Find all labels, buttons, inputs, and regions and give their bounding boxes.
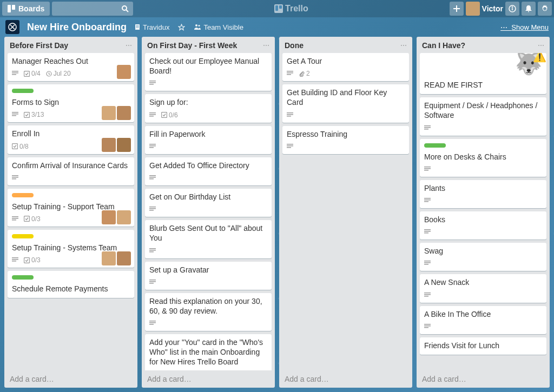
member-avatar[interactable] (117, 251, 131, 265)
card[interactable]: More on Desks & Chairs (420, 139, 546, 177)
checklist-badge: 0/8 (12, 143, 29, 150)
svg-rect-35 (12, 218, 18, 219)
description-badge (149, 144, 156, 149)
member-avatar[interactable] (117, 106, 131, 120)
card-title: Get Building ID and Floor Key Card (287, 88, 405, 107)
logo-text: Trello (285, 4, 308, 14)
card[interactable]: Confirm Arrival of Insurance Cards (8, 157, 134, 185)
description-badge (424, 261, 431, 266)
trello-logo-icon (274, 4, 283, 13)
card[interactable]: Enroll In 0/8 (8, 125, 134, 154)
description-badge (424, 167, 431, 172)
add-card-button[interactable]: Add a card… (417, 370, 550, 388)
card[interactable]: Set up a Gravatar (145, 262, 272, 290)
card-title: Add your "You" card in the "Who's Who" l… (149, 337, 267, 367)
card[interactable]: Forms to Sign 3/13 (8, 84, 134, 122)
board-logo[interactable] (5, 20, 19, 34)
org-icon (134, 24, 141, 30)
card[interactable]: Get Added To Office Directory (145, 157, 272, 185)
card-badges (287, 110, 405, 121)
svg-rect-56 (149, 208, 156, 209)
visibility-button[interactable]: Team Visible (194, 23, 243, 31)
card[interactable]: Get A Tour 2 (282, 53, 409, 81)
list-menu-button[interactable]: ⋯ (126, 42, 132, 49)
svg-rect-45 (149, 112, 156, 114)
card[interactable]: Setup Training - Systems Team 0/3 (8, 230, 134, 268)
card[interactable]: Espresso Training (282, 126, 409, 154)
add-card-button[interactable]: Add a card… (4, 370, 137, 388)
team-name: Travidux (143, 23, 169, 31)
list-title[interactable]: On First Day - First Week (147, 41, 237, 50)
svg-rect-55 (149, 207, 156, 208)
list-title[interactable]: Before First Day (10, 41, 68, 50)
card-badges (149, 204, 267, 215)
card[interactable]: Equipment / Desk / Headphones / Software (420, 97, 546, 135)
card[interactable]: Manager Reaches Out 0/4 Jul 20 (8, 53, 134, 81)
list: Can I Have?⋯🐺⚠️READ ME FIRSTEquipment / … (417, 37, 550, 388)
member-avatar[interactable] (117, 210, 131, 224)
board-header: New Hire Onboarding Travidux Team Visibl… (0, 17, 554, 37)
card[interactable]: Fill in Paperwork (145, 126, 272, 154)
list-title[interactable]: Can I Have? (422, 41, 465, 50)
member-avatar[interactable] (102, 210, 116, 224)
list-title[interactable]: Done (285, 41, 304, 50)
card[interactable]: Schedule Remote Payments (8, 271, 134, 298)
list-menu-button[interactable]: ⋯ (263, 42, 269, 49)
board-title[interactable]: New Hire Onboarding (27, 22, 127, 33)
member-avatar[interactable] (102, 251, 116, 265)
card[interactable]: Get on Our Birthday List (145, 189, 272, 217)
member-avatar[interactable] (102, 106, 116, 120)
description-badge (12, 216, 18, 222)
show-menu-button[interactable]: ⋯ Show Menu (500, 23, 549, 31)
list-menu-button[interactable]: ⋯ (400, 42, 407, 49)
info-button[interactable] (505, 2, 519, 16)
boards-button[interactable]: Boards (2, 2, 50, 16)
list-header: On First Day - First Week⋯ (142, 37, 275, 53)
card[interactable]: Get Building ID and Floor Key Card (282, 84, 409, 122)
trello-logo[interactable]: Trello (274, 4, 308, 14)
list-menu-button[interactable]: ⋯ (538, 42, 544, 49)
card[interactable]: Setup Training - Support Team 0/3 (8, 189, 134, 227)
add-card-button[interactable]: Add a card… (142, 370, 275, 388)
member-avatar[interactable] (117, 65, 131, 79)
member-avatar[interactable] (117, 138, 131, 152)
team-link[interactable]: Travidux (134, 23, 169, 31)
card[interactable]: Blurb Gets Sent Out to "All" about You (145, 220, 272, 258)
user-avatar[interactable] (466, 2, 480, 16)
board-canvas[interactable]: Before First Day⋯Manager Reaches Out 0/4… (0, 37, 554, 392)
card[interactable]: Check out our Employee Manual Board! (145, 53, 272, 91)
card[interactable]: 🐺⚠️READ ME FIRST (420, 53, 546, 94)
create-button[interactable] (450, 2, 464, 16)
notifications-button[interactable] (522, 2, 536, 16)
user-name[interactable]: Victor (482, 4, 503, 13)
settings-button[interactable] (538, 2, 552, 16)
card[interactable]: A New Snack (420, 274, 546, 302)
card-label (12, 234, 34, 238)
description-badge (149, 207, 156, 212)
svg-rect-53 (149, 177, 156, 178)
description-badge (12, 257, 18, 263)
search-input[interactable] (52, 2, 133, 16)
list-header: Before First Day⋯ (4, 37, 137, 53)
card[interactable]: A Bike In The Office (420, 306, 546, 334)
description-badge (12, 112, 18, 117)
card[interactable]: Books (420, 211, 546, 240)
card-label (424, 143, 446, 148)
star-button[interactable] (178, 24, 185, 31)
svg-rect-59 (149, 250, 156, 251)
card[interactable]: Swag (420, 243, 546, 271)
svg-rect-23 (12, 74, 16, 75)
svg-rect-39 (12, 259, 18, 260)
card-title: Equipment / Desk / Headphones / Software (424, 101, 542, 120)
card[interactable]: Sign up for: 0/6 (145, 94, 272, 122)
checklist-badge: 0/3 (24, 256, 41, 264)
card[interactable]: Friends Visit for Lunch (420, 337, 546, 355)
list-cards: Get A Tour 2Get Building ID and Floor Ke… (279, 53, 412, 370)
card[interactable]: Plants (420, 180, 546, 208)
card-badges (287, 141, 405, 152)
card-badges (149, 172, 267, 183)
member-avatar[interactable] (102, 138, 116, 152)
card[interactable]: Add your "You" card in the "Who's Who" l… (145, 334, 272, 370)
add-card-button[interactable]: Add a card… (279, 370, 412, 388)
card[interactable]: Read this explanation on your 30, 60, & … (145, 293, 272, 331)
